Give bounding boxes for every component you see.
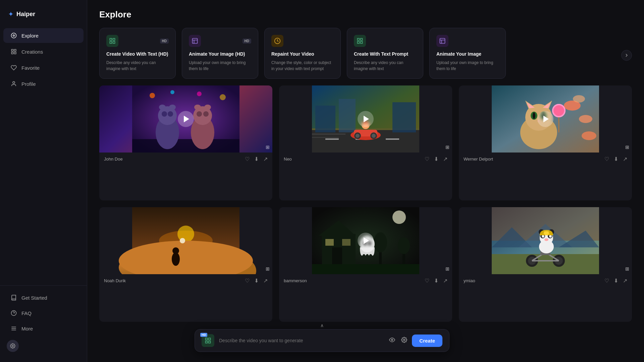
animate-image-2-icon: [436, 35, 448, 47]
feature-card-animate-image-2[interactable]: Animate Your Image Upload your own image…: [429, 28, 506, 79]
svg-point-6: [13, 81, 15, 83]
video-card-desert[interactable]: ⊞ Noah Durik ♡ ⬇ ↗: [99, 207, 272, 322]
logo-icon: ✦: [8, 10, 14, 18]
like-icon-5[interactable]: ♡: [425, 278, 429, 284]
feature-card-animate-image[interactable]: HD Animate Your Image (HD) Upload your o…: [182, 28, 258, 79]
svg-rect-29: [132, 139, 239, 153]
video-actions-6: ♡ ⬇ ↗: [604, 278, 627, 284]
video-card-bears[interactable]: ⊞ John Doe ♡ ⬇ ↗: [99, 85, 272, 200]
sidebar-item-creations-label: Creations: [21, 49, 43, 55]
hd-badge-2: HD: [243, 39, 251, 44]
like-icon-1[interactable]: ♡: [245, 156, 250, 162]
cards-next-button[interactable]: [621, 50, 632, 61]
video-footer-6: ymiao ♡ ⬇ ↗: [459, 274, 632, 287]
svg-rect-16: [113, 42, 115, 44]
sidebar-item-favorite-label: Favorite: [21, 65, 40, 71]
video-card-ghost[interactable]: ⊞ bammerson ♡ ⬇ ↗: [279, 207, 452, 322]
video-author-5: bammerson: [284, 278, 307, 283]
video-thumb-desert: ⊞: [99, 207, 272, 274]
create-bar-settings-button[interactable]: [400, 336, 409, 346]
svg-point-41: [204, 105, 211, 110]
hd-badge-1: HD: [160, 39, 169, 44]
sidebar-item-more[interactable]: More: [3, 321, 84, 336]
svg-rect-4: [11, 52, 13, 54]
play-button-cat[interactable]: [537, 111, 553, 127]
play-button-mario[interactable]: [358, 111, 374, 127]
svg-point-131: [391, 339, 393, 341]
svg-point-86: [172, 252, 180, 266]
sidebar-item-more-label: More: [21, 326, 33, 331]
page-header: Explore: [87, 0, 644, 25]
card-1-desc: Describe any video you can imagine with …: [106, 60, 169, 72]
share-icon-5[interactable]: ↗: [443, 278, 447, 284]
logo: ✦ Haiper: [0, 7, 87, 27]
download-icon-4[interactable]: ⬇: [254, 278, 259, 284]
like-icon-4[interactable]: ♡: [245, 278, 250, 284]
svg-rect-17: [193, 39, 198, 44]
sidebar-item-profile[interactable]: Profile: [3, 76, 84, 91]
sidebar-item-explore[interactable]: Explore: [3, 28, 84, 43]
svg-point-122: [542, 235, 544, 238]
feature-card-repaint[interactable]: Repaint Your Video Change the style, col…: [264, 28, 341, 79]
video-thumb-cat: ⊞: [459, 85, 632, 153]
settings-avatar[interactable]: [7, 340, 19, 352]
video-thumb-panda: ⊞: [459, 207, 632, 274]
sidebar-item-faq[interactable]: FAQ: [3, 306, 84, 320]
sidebar-item-get-started[interactable]: Get Started: [3, 290, 84, 305]
video-actions-4: ♡ ⬇ ↗: [245, 278, 268, 284]
svg-point-64: [573, 95, 585, 103]
svg-point-74: [533, 112, 535, 119]
create-bar-collapse-button[interactable]: ∧: [320, 323, 324, 328]
create-bar-input[interactable]: [219, 338, 383, 343]
video-card-cat[interactable]: ⊞ Werner Delport ♡ ⬇ ↗: [459, 85, 632, 200]
play-button-ghost[interactable]: [358, 233, 374, 249]
grid-icon-6: ⊞: [625, 266, 629, 272]
share-icon-6[interactable]: ↗: [623, 278, 627, 284]
video-card-panda[interactable]: ⊞ ymiao ♡ ⬇ ↗: [459, 207, 632, 322]
sidebar-item-creations[interactable]: Creations: [3, 44, 84, 59]
share-icon-4[interactable]: ↗: [263, 278, 268, 284]
play-button-bears[interactable]: [178, 111, 194, 127]
like-icon-2[interactable]: ♡: [425, 156, 429, 162]
svg-rect-93: [325, 239, 334, 246]
video-author-1: John Doe: [104, 157, 123, 162]
download-icon-1[interactable]: ⬇: [254, 156, 259, 162]
svg-point-32: [162, 111, 167, 117]
svg-point-132: [404, 339, 405, 341]
download-icon-5[interactable]: ⬇: [434, 278, 438, 284]
create-bar-eye-button[interactable]: [388, 336, 396, 346]
feature-card-text-prompt[interactable]: Create With Text Prompt Describe any vid…: [347, 28, 423, 79]
card-1-title: Create Video With Text (HD): [106, 51, 169, 57]
share-icon-1[interactable]: ↗: [263, 156, 268, 162]
download-icon-3[interactable]: ⬇: [614, 156, 618, 162]
like-icon-3[interactable]: ♡: [604, 156, 609, 162]
svg-rect-19: [358, 39, 360, 41]
feature-card-create-video[interactable]: HD Create Video With Text (HD) Describe …: [99, 28, 176, 79]
svg-rect-50: [392, 102, 416, 132]
svg-rect-21: [358, 42, 360, 44]
svg-point-98: [398, 237, 410, 254]
favorite-icon: [10, 64, 17, 71]
svg-rect-94: [342, 239, 351, 246]
video-footer-1: John Doe ♡ ⬇ ↗: [99, 153, 272, 166]
video-author-4: Noah Durik: [104, 278, 126, 283]
grid-icon-4: ⊞: [266, 266, 270, 272]
share-icon-2[interactable]: ↗: [443, 156, 447, 162]
video-thumb-bears: ⊞: [99, 85, 272, 153]
card-3-desc: Change the style, color or subject in yo…: [271, 60, 334, 72]
svg-point-26: [170, 90, 174, 94]
sidebar-item-favorite[interactable]: Favorite: [3, 60, 84, 75]
create-video-icon: [106, 35, 118, 47]
svg-rect-45: [325, 138, 339, 140]
video-footer-3: Werner Delport ♡ ⬇ ↗: [459, 153, 632, 166]
svg-point-124: [544, 238, 548, 241]
share-icon-3[interactable]: ↗: [623, 156, 627, 162]
svg-point-103: [392, 210, 406, 224]
like-icon-6[interactable]: ♡: [604, 278, 609, 284]
video-card-mario[interactable]: ⊞ Neo ♡ ⬇ ↗: [279, 85, 452, 200]
download-icon-6[interactable]: ⬇: [614, 278, 618, 284]
download-icon-2[interactable]: ⬇: [434, 156, 438, 162]
card-2-title: Animate Your Image (HD): [189, 51, 251, 57]
video-thumb-ghost: ⊞: [279, 207, 452, 274]
create-button[interactable]: Create: [412, 335, 442, 347]
